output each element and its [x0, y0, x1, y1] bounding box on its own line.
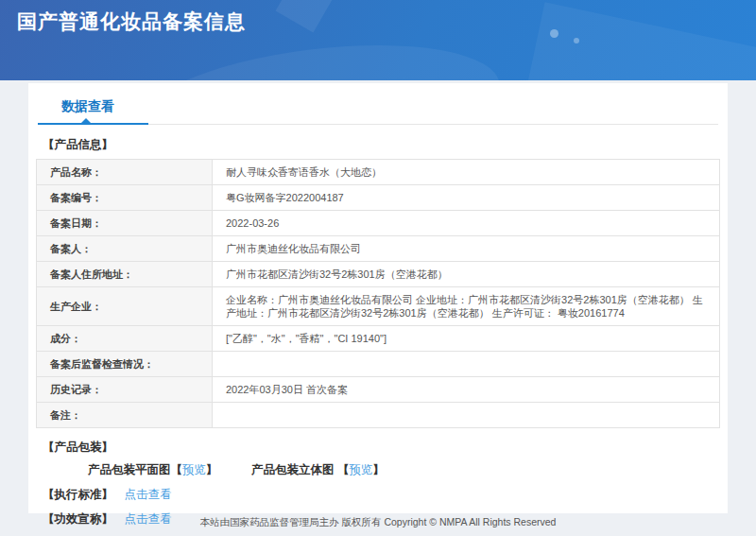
table-row: 成分： ["乙醇"，"水"，"香精"，"CI 19140"] — [37, 326, 720, 352]
tab-underline — [38, 124, 718, 125]
row-label: 成分： — [37, 326, 213, 352]
packaging-stereo-group: 产品包装立体图 【预览】 — [251, 462, 385, 478]
packaging-line: 产品包装平面图【预览】 产品包装立体图 【预览】 — [88, 462, 728, 478]
content-card: 数据查看 【产品信息】 产品名称： 耐人寻味众香寄语香水（大地恋） 备案编号： … — [28, 83, 728, 513]
header-decoration-dot — [574, 38, 579, 43]
table-row: 备注： — [37, 403, 720, 428]
row-value: 2022年03月30日 首次备案 — [213, 377, 720, 403]
row-label: 备案人： — [37, 236, 213, 262]
preview-link-stereo[interactable]: 预览 — [349, 463, 372, 476]
table-row: 历史记录： 2022年03月30日 首次备案 — [37, 377, 720, 403]
table-row: 备案人： 广州市奥迪丝化妆品有限公司 — [37, 236, 720, 262]
packaging-flat-group: 产品包装平面图【预览】 — [88, 462, 218, 478]
product-info-section-title: 【产品信息】 — [43, 137, 728, 153]
packaging-section-title: 【产品包装】 — [43, 440, 728, 456]
row-label: 产品名称： — [37, 160, 213, 185]
row-label: 历史记录： — [37, 377, 213, 403]
row-label: 备案日期： — [37, 211, 213, 236]
row-value: ["乙醇"，"水"，"香精"，"CI 19140"] — [213, 326, 720, 352]
header-decoration-hexagon — [276, 0, 335, 32]
bracket-open: 【 — [171, 463, 183, 476]
tab-data-view[interactable]: 数据查看 — [61, 98, 114, 115]
standard-section-title: 【执行标准】 — [43, 488, 113, 501]
preview-link-flat[interactable]: 预览 — [182, 463, 206, 476]
bracket-open: 【 — [337, 463, 350, 476]
row-label: 生产企业： — [37, 287, 213, 326]
row-value: 耐人寻味众香寄语香水（大地恋） — [213, 160, 720, 185]
table-row: 备案人住所地址： 广州市花都区清沙街32号2栋301房（空港花都） — [37, 262, 720, 287]
page-title: 国产普通化妆品备案信息 — [17, 9, 246, 35]
header-decoration-dot — [550, 29, 558, 38]
packaging-stereo-label: 产品包装立体图 — [251, 463, 337, 476]
row-label: 备案人住所地址： — [37, 262, 213, 287]
bracket-close: 】 — [372, 463, 385, 476]
table-row: 备案日期： 2022-03-26 — [37, 211, 720, 236]
row-label: 备案后监督检查情况： — [37, 352, 213, 377]
tab-active-arrow-icon — [80, 118, 92, 124]
table-row: 生产企业： 企业名称：广州市奥迪丝化妆品有限公司 企业地址：广州市花都区清沙街3… — [37, 287, 720, 326]
row-value — [213, 352, 720, 377]
row-value: 广州市花都区清沙街32号2栋301房（空港花都） — [213, 262, 720, 287]
row-value: 粤G妆网备字2022004187 — [213, 185, 720, 211]
standard-view-link[interactable]: 点击查看 — [124, 488, 171, 501]
row-value: 广州市奥迪丝化妆品有限公司 — [213, 236, 720, 262]
tab-bar: 数据查看 — [28, 83, 728, 125]
row-value: 2022-03-26 — [213, 211, 720, 236]
tab-active-underline — [38, 123, 148, 125]
product-info-table: 产品名称： 耐人寻味众香寄语香水（大地恋） 备案编号： 粤G妆网备字202200… — [36, 159, 720, 428]
row-label: 备案编号： — [37, 185, 213, 211]
bracket-close: 】 — [206, 463, 218, 476]
table-row: 产品名称： 耐人寻味众香寄语香水（大地恋） — [37, 160, 720, 185]
page-header: 国产普通化妆品备案信息 — [0, 0, 756, 80]
footer-copyright: 本站由国家药品监督管理局主办 版权所有 Copyright © NMPA All… — [0, 516, 756, 529]
header-decoration-ellipse — [127, 27, 507, 80]
row-label: 备注： — [37, 403, 213, 428]
table-row: 备案编号： 粤G妆网备字2022004187 — [37, 185, 720, 211]
table-row: 备案后监督检查情况： — [37, 352, 720, 377]
row-value — [213, 403, 720, 428]
packaging-flat-label: 产品包装平面图 — [88, 463, 171, 476]
standard-line: 【执行标准】 点击查看 — [43, 487, 728, 503]
header-decoration-polygon — [520, 2, 756, 80]
row-value: 企业名称：广州市奥迪丝化妆品有限公司 企业地址：广州市花都区清沙街32号2栋30… — [213, 287, 720, 326]
